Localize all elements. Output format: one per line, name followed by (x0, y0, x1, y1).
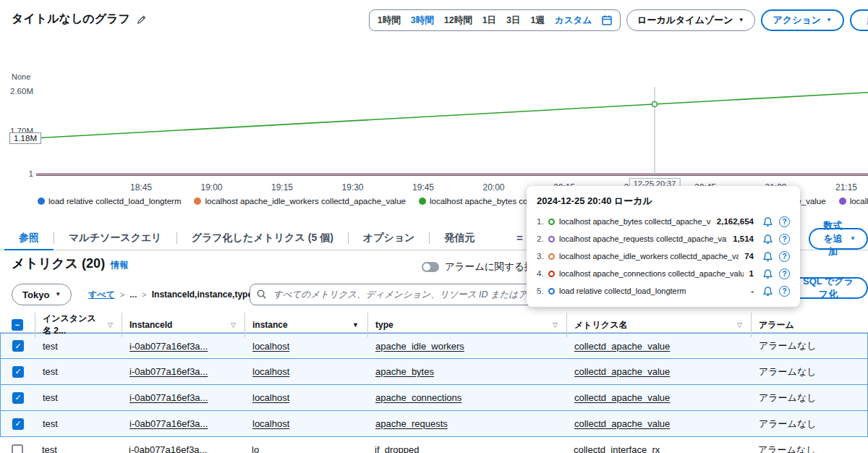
help-icon[interactable]: ? (779, 234, 790, 245)
breadcrumb-current: InstanceId,instance,type (152, 289, 252, 300)
tab-0[interactable]: 参照 (4, 226, 54, 250)
create-alarm-bell-icon[interactable] (762, 234, 773, 245)
select-all-cell: − (0, 319, 35, 331)
cell-instance-name: test (35, 444, 122, 453)
tab-3[interactable]: オプション (349, 226, 430, 250)
line-style-dropdown[interactable]: 線 (850, 9, 868, 31)
column-header-2[interactable]: instance▼ (244, 313, 367, 337)
row-checkbox[interactable]: ✓ (12, 366, 24, 378)
cell-instance-value[interactable]: localhost (252, 418, 289, 429)
cell-instance-value[interactable]: localhost (252, 392, 289, 403)
cell-type-value[interactable]: apache_requests (375, 418, 448, 429)
cell-alarm-value: アラームなし (759, 392, 817, 403)
table-row[interactable]: ✓testi-0ab077a16ef3a...localhostapache_c… (0, 385, 868, 411)
select-all-checkbox[interactable]: − (12, 319, 23, 331)
cell-instance-value[interactable]: localhost (252, 341, 289, 352)
tooltip-row-number: 2. (537, 234, 548, 243)
x-tick-label: 19:45 (412, 182, 434, 192)
breadcrumb-ellipsis[interactable]: ... (129, 289, 137, 300)
table-row[interactable]: ✓testi-0ab077a16ef3a...localhostapache_r… (0, 411, 868, 437)
tab-2[interactable]: グラフ化したメトリクス (5 個) (177, 226, 348, 250)
cell-instance-id-value[interactable]: i-0ab077a16ef3a... (129, 392, 208, 403)
create-alarm-bell-icon[interactable] (762, 268, 773, 279)
legend-color-dot (419, 198, 426, 205)
timezone-dropdown[interactable]: ローカルタイムゾーン▼ (626, 9, 754, 31)
cell-metric-name-value[interactable]: collectd_apache_value (574, 366, 670, 377)
breadcrumb-all[interactable]: すべて (88, 289, 115, 301)
time-range-2[interactable]: 12時間 (439, 14, 477, 27)
sort-icon[interactable]: ▽ (553, 321, 558, 329)
cell-instance-value[interactable]: lo (252, 444, 259, 453)
cell-type-value[interactable]: apache_connections (375, 392, 461, 403)
timezone-label: ローカルタイムゾーン (637, 14, 733, 27)
actions-dropdown[interactable]: アクション▼ (761, 9, 844, 31)
breadcrumb: すべて > ... > InstanceId,instance,type (88, 284, 252, 305)
time-range-4[interactable]: 3日 (501, 14, 525, 27)
time-range-5[interactable]: 1週 (526, 14, 550, 27)
add-math-dropdown[interactable]: 数式を追加▼ (809, 228, 868, 250)
sort-icon[interactable]: ▽ (231, 321, 236, 329)
cell-instance-value[interactable]: localhost (252, 366, 289, 377)
cell-instance-id-value[interactable]: i-0ab077a16ef3a... (129, 444, 207, 453)
help-icon[interactable]: ? (779, 216, 790, 227)
row-checkbox[interactable] (12, 444, 23, 453)
legend-item[interactable]: localhost apache_requests collectd_apach… (839, 197, 868, 206)
cell-instance-name: test (35, 341, 122, 352)
region-dropdown[interactable]: Tokyo▼ (12, 284, 72, 305)
time-range-0[interactable]: 1時間 (373, 14, 406, 27)
help-icon[interactable]: ? (779, 251, 790, 262)
sort-icon[interactable]: ▼ (352, 321, 359, 329)
cell-metric-name-value[interactable]: collectd_apache_value (574, 392, 670, 403)
tab-1[interactable]: マルチソースクエリ (54, 226, 176, 250)
column-header-4[interactable]: メトリクス名▽ (566, 313, 751, 337)
row-checkbox[interactable]: ✓ (12, 418, 24, 430)
table-row[interactable]: ✓testi-0ab077a16ef3a...localhostapache_b… (0, 359, 868, 385)
sql-graph-button[interactable]: SQL でグラフ化 (788, 277, 868, 299)
cell-alarm: アラームなし (752, 391, 867, 405)
create-alarm-bell-icon[interactable] (762, 251, 773, 262)
cell-type-value[interactable]: if_dropped (375, 444, 419, 453)
x-tick-label: 18:45 (130, 182, 152, 192)
info-link[interactable]: 情報 (111, 259, 128, 271)
x-tick-label: 19:30 (341, 182, 363, 192)
column-header-5[interactable]: アラーム (751, 313, 868, 337)
cell-metric-name-value[interactable]: collectd_interface_rx (574, 444, 660, 453)
column-header-3[interactable]: type▽ (367, 313, 566, 337)
edit-title-icon[interactable] (137, 14, 147, 25)
alarm-recommendation-toggle[interactable] (422, 262, 439, 272)
cell-type-value[interactable]: apache_idle_workers (375, 341, 464, 352)
create-alarm-bell-icon[interactable] (762, 286, 773, 297)
help-icon[interactable]: ? (779, 286, 790, 297)
cell-instance-id-value[interactable]: i-0ab077a16ef3a... (129, 418, 208, 429)
tooltip-metric-value: - (751, 287, 754, 295)
table-row[interactable]: testi-0ab077a16ef3a...loif_droppedcollec… (0, 437, 868, 453)
help-icon[interactable]: ? (779, 268, 790, 279)
sort-icon[interactable]: ▽ (108, 321, 113, 329)
sort-icon[interactable]: ▽ (737, 321, 742, 329)
y-axis-unit-label: None (12, 72, 30, 81)
cell-instance-id-value[interactable]: i-0ab077a16ef3a... (129, 341, 208, 352)
legend-item[interactable]: load relative collectd_load_longterm (38, 197, 181, 206)
cell-instance-name-value: test (43, 341, 58, 352)
tab-4[interactable]: 発信元 (430, 226, 489, 250)
column-header-label: インスタンス名 2... (43, 313, 103, 337)
tooltip-metric-row: 3.localhost apache_idle_workers collectd… (537, 247, 790, 265)
time-range-custom[interactable]: カスタム (550, 14, 597, 27)
cell-metric-name-value[interactable]: collectd_apache_value (574, 341, 670, 352)
time-range-3[interactable]: 1日 (477, 14, 501, 27)
chart-plot-area[interactable] (36, 82, 868, 176)
column-header-1[interactable]: InstanceId▽ (122, 313, 244, 337)
series-color-ring (548, 271, 555, 277)
cell-instance-id-value[interactable]: i-0ab077a16ef3a... (129, 366, 208, 377)
row-checkbox[interactable]: ✓ (12, 392, 24, 404)
cell-instance-name: test (35, 366, 122, 377)
row-checkbox[interactable]: ✓ (12, 340, 24, 352)
column-header-0[interactable]: インスタンス名 2...▽ (35, 313, 122, 337)
cell-type-value[interactable]: apache_bytes (375, 366, 434, 377)
time-range-1[interactable]: 3時間 (406, 14, 439, 27)
calendar-icon[interactable] (597, 14, 617, 26)
cell-metric-name-value[interactable]: collectd_apache_value (574, 418, 670, 429)
legend-item[interactable]: localhost apache_idle_workers collectd_a… (194, 197, 405, 206)
chart-tooltip: 2024-12-25 20:40 ローカル 1.localhost apache… (527, 186, 800, 307)
create-alarm-bell-icon[interactable] (762, 216, 773, 227)
